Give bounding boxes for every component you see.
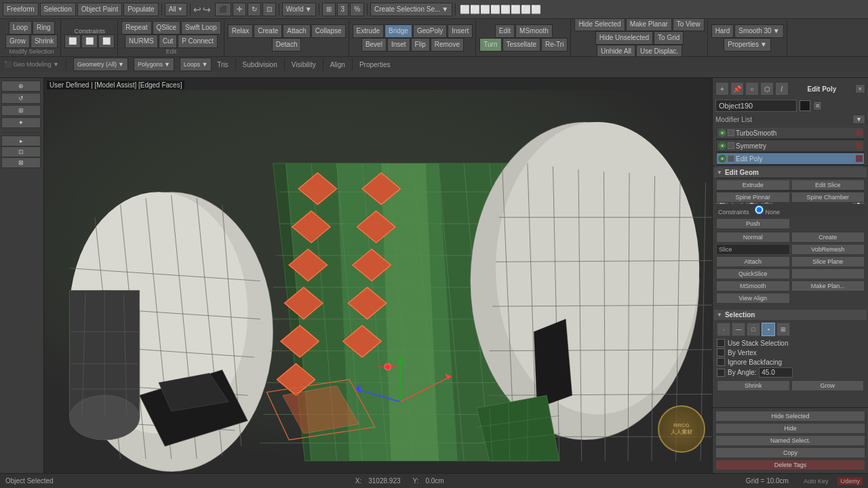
sel-border-btn[interactable]: □	[747, 323, 760, 336]
sel-polygon-btn[interactable]: ▪	[762, 323, 775, 336]
loop-btn[interactable]: Loop	[9, 21, 32, 35]
eg-vob-remesh-btn[interactable]: VobRemesh	[791, 244, 865, 255]
geometry-all-btn[interactable]: Geometry (All) ▼	[73, 58, 128, 71]
bridge-btn-toolbar[interactable]: Bridge	[384, 24, 412, 38]
hide-unselected-btn[interactable]: Hide Unselected	[595, 31, 653, 45]
by-angle-input[interactable]	[759, 367, 793, 378]
modifier-row-editpoly0[interactable]: 👁 Edit Poly	[716, 152, 865, 165]
rp-circle-icon[interactable]: ○	[745, 82, 759, 96]
tessellate-btn[interactable]: Tessellate	[502, 38, 540, 52]
collapse-btn[interactable]: Collapse	[311, 24, 346, 38]
tab-freeform[interactable]: Freeform	[3, 3, 39, 16]
named-select-btn[interactable]: Named Select.	[715, 435, 865, 446]
copy-side-btn[interactable]: Copy	[715, 447, 865, 458]
edit-geom-header[interactable]: ▼ Edit Geom	[714, 167, 867, 178]
msmooth-btn[interactable]: MSmooth	[515, 24, 553, 38]
eg-msmooth-btn[interactable]: MSmooth	[716, 281, 790, 291]
mod-visibility-turbosm[interactable]: 👁	[718, 129, 726, 137]
cut-btn[interactable]: Cut	[159, 35, 178, 48]
expand-icon-btn[interactable]: ≡	[813, 101, 822, 110]
rp-close-btn[interactable]: ×	[855, 84, 865, 94]
world-dropdown[interactable]: World ▼	[282, 3, 316, 16]
modifier-list-dropdown[interactable]: ▼	[852, 115, 865, 124]
left-sub-btn2[interactable]: ⊡	[1, 146, 41, 157]
polygons-btn[interactable]: Polygons ▼	[134, 58, 174, 71]
const-btn2[interactable]: ⬜	[81, 35, 98, 48]
properties-dropdown-btn[interactable]: Properties ▼	[724, 38, 770, 52]
eg-spine-pinnar-btn[interactable]: Spine Pinnar	[716, 192, 790, 203]
modifier-row-turbosm[interactable]: 👁 TurboSmooth	[716, 127, 865, 139]
left-sub-btn1[interactable]: ▸	[1, 136, 41, 146]
eg-normal-btn[interactable]: Create	[791, 232, 865, 243]
undo-icon[interactable]: ↩	[193, 4, 201, 15]
eg-make-planar-btn[interactable]: Make Plan...	[791, 281, 865, 291]
move-tool[interactable]: ✛	[233, 3, 246, 16]
rp-add-icon[interactable]: +	[715, 82, 729, 96]
qslice-btn[interactable]: QSlice	[153, 21, 180, 35]
loops-btn[interactable]: Loops ▼	[180, 58, 212, 71]
rp-hex-icon[interactable]: ⬡	[760, 82, 774, 96]
create-selection-btn[interactable]: Create Selection Se... ▼	[370, 3, 452, 16]
eg-create2-btn[interactable]: Attach	[716, 256, 790, 267]
by-angle-checkbox[interactable]	[717, 369, 725, 377]
eg-edit-slice-btn[interactable]: Edit Slice	[791, 180, 865, 190]
shrink-btn[interactable]: Shrink	[31, 35, 58, 48]
use-stack-sel-checkbox[interactable]	[717, 339, 725, 347]
sel-edge-btn[interactable]: —	[732, 323, 745, 336]
tab-selection[interactable]: Selection	[40, 3, 76, 16]
eg-extrude-btn[interactable]: Extrude	[716, 180, 790, 190]
repeat-btn[interactable]: Repeat	[121, 21, 151, 35]
inset-btn[interactable]: Inset	[387, 38, 410, 52]
snap-icon[interactable]: ⊞	[322, 3, 336, 16]
ignore-backfacing-checkbox[interactable]	[717, 358, 725, 366]
hide-selected-btn[interactable]: Hide Selected	[574, 19, 625, 31]
rotate-tool[interactable]: ↻	[248, 3, 261, 16]
rp-pin-icon[interactable]: 📌	[730, 82, 744, 96]
turn-btn[interactable]: Turn	[479, 38, 501, 52]
attach-btn[interactable]: Attach	[283, 24, 310, 38]
re-tri-btn[interactable]: Re-Tri	[541, 38, 568, 52]
select-tool[interactable]: ⬛	[215, 3, 231, 16]
sel-vertex-btn[interactable]: ·	[717, 323, 730, 336]
modifier-row-sym[interactable]: 👁 Symmetry	[716, 140, 865, 152]
left-btn-4[interactable]: ✦	[1, 117, 41, 128]
remove-btn[interactable]: Remove	[431, 38, 464, 52]
eg-view-align-btn[interactable]: View Align	[716, 293, 790, 304]
viewport[interactable]: User Defined | [Model Assist] [Edged Fac…	[44, 78, 712, 473]
left-sub-btn3[interactable]: ⊠	[1, 157, 41, 168]
create-btn[interactable]: Create	[254, 24, 282, 38]
use-displac-btn[interactable]: Use Displac.	[636, 45, 682, 58]
redo-icon[interactable]: ↪	[203, 4, 211, 15]
eg-quickslice-btn[interactable]	[791, 268, 865, 279]
bevel-btn[interactable]: Bevel	[361, 38, 387, 52]
hide-selected-side-btn[interactable]: Hide Selected	[715, 411, 865, 422]
left-btn-2[interactable]: ↺	[1, 93, 41, 104]
relax-btn[interactable]: Relax	[228, 24, 254, 38]
scale-tool[interactable]: ⊡	[262, 3, 276, 16]
smooth-dropdown-btn[interactable]: Smooth 30 ▼	[734, 24, 783, 38]
hard-btn[interactable]: Hard	[711, 24, 734, 38]
tab-populate[interactable]: Populate	[123, 3, 158, 16]
p-connect-btn[interactable]: P Connect	[178, 35, 218, 48]
ring-btn[interactable]: Ring	[33, 21, 55, 35]
grow-btn[interactable]: Grow	[5, 35, 30, 48]
geo-poly-btn[interactable]: GeoPoly	[413, 24, 447, 38]
by-vertex-checkbox[interactable]	[717, 348, 725, 357]
const-btn1[interactable]: ⬜	[64, 35, 81, 48]
rp-tools-icon[interactable]: /	[775, 82, 789, 96]
swift-loop-btn[interactable]: Swift Loop	[181, 21, 221, 35]
selection-header[interactable]: ▼ Selection	[714, 310, 867, 320]
to-grid-btn[interactable]: To Grid	[654, 31, 684, 45]
num-3-btn[interactable]: 3	[337, 3, 349, 16]
object-name-input[interactable]	[715, 100, 797, 112]
detach-btn[interactable]: Detach	[272, 38, 302, 52]
eg-spine-chamber-btn[interactable]: Spine Chamber	[791, 192, 865, 203]
extrude-btn[interactable]: Extrude	[353, 24, 384, 38]
percent-icon[interactable]: %	[350, 3, 364, 16]
left-btn-1[interactable]: ⊕	[1, 81, 41, 92]
tab-object-paint[interactable]: Object Paint	[77, 3, 122, 16]
mode-dropdown[interactable]: All ▼	[165, 3, 187, 16]
mod-visibility-sym[interactable]: 👁	[718, 142, 726, 150]
eg-face-btn[interactable]: Push	[716, 218, 790, 229]
unhide-all-btn[interactable]: Unhide All	[597, 45, 635, 58]
